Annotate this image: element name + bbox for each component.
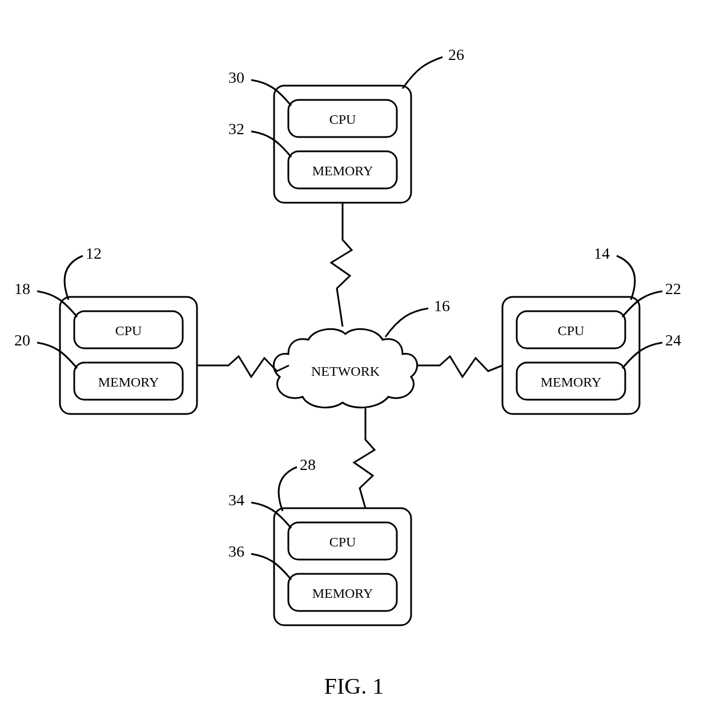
svg-text:34: 34 bbox=[228, 491, 244, 509]
network-cloud: NETWORK bbox=[273, 329, 417, 407]
ref-node-right-outer: 14 bbox=[594, 244, 635, 300]
svg-text:32: 32 bbox=[228, 120, 244, 138]
svg-text:14: 14 bbox=[594, 244, 610, 262]
node-left: CPU MEMORY bbox=[60, 297, 197, 414]
ref-node-bottom-outer: 28 bbox=[279, 456, 316, 511]
node-right-mem-label: MEMORY bbox=[541, 375, 602, 389]
connector-top bbox=[331, 203, 352, 327]
svg-text:18: 18 bbox=[14, 280, 30, 297]
svg-text:20: 20 bbox=[14, 331, 30, 349]
svg-text:36: 36 bbox=[228, 542, 244, 560]
node-bottom: CPU MEMORY bbox=[274, 508, 411, 625]
ref-node-top-outer: 26 bbox=[403, 46, 464, 89]
ref-network: 16 bbox=[385, 297, 450, 337]
connector-bottom bbox=[354, 408, 375, 508]
node-left-mem-label: MEMORY bbox=[98, 375, 159, 389]
node-right: CPU MEMORY bbox=[502, 297, 639, 414]
svg-text:30: 30 bbox=[228, 69, 244, 86]
node-top: CPU MEMORY bbox=[274, 86, 411, 203]
svg-text:24: 24 bbox=[665, 331, 681, 349]
figure-caption: FIG. 1 bbox=[324, 673, 384, 699]
node-bottom-cpu-label: CPU bbox=[329, 534, 356, 549]
figure-svg: NETWORK 16 CPU MEMORY 26 30 32 CPU MEMOR… bbox=[0, 0, 708, 728]
svg-text:16: 16 bbox=[434, 297, 450, 315]
node-top-mem-label: MEMORY bbox=[312, 163, 373, 178]
svg-text:22: 22 bbox=[665, 280, 681, 297]
ref-node-left-outer: 12 bbox=[65, 244, 102, 300]
svg-text:28: 28 bbox=[300, 456, 316, 473]
network-label: NETWORK bbox=[311, 364, 380, 379]
node-bottom-mem-label: MEMORY bbox=[312, 586, 373, 601]
connector-right bbox=[417, 356, 502, 377]
svg-text:12: 12 bbox=[86, 244, 102, 262]
node-top-cpu-label: CPU bbox=[329, 112, 356, 127]
node-right-cpu-label: CPU bbox=[558, 323, 585, 338]
svg-text:26: 26 bbox=[448, 46, 464, 63]
node-left-cpu-label: CPU bbox=[115, 323, 142, 338]
